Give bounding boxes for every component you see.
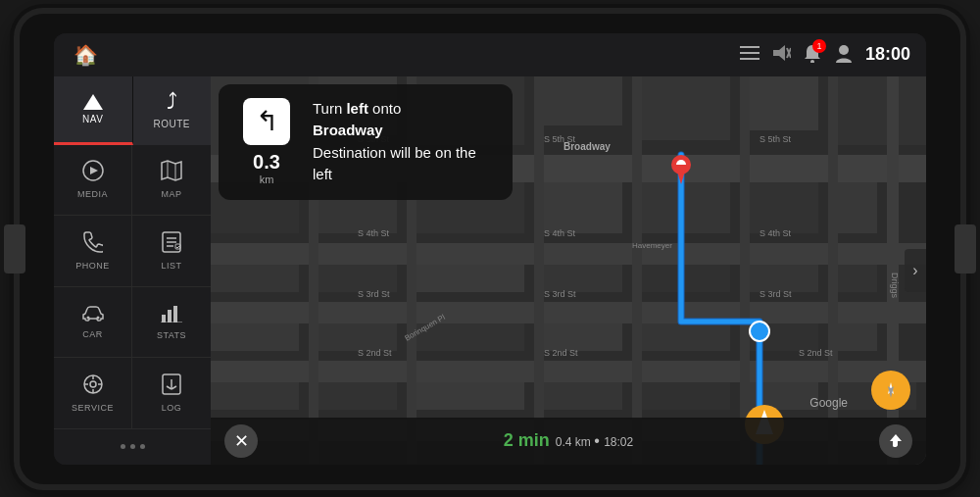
screen: 🏠: [54, 33, 926, 465]
user-icon[interactable]: [834, 43, 854, 67]
svg-rect-40: [740, 76, 818, 130]
svg-rect-21: [168, 310, 172, 323]
mute-icon[interactable]: [771, 44, 791, 66]
svg-rect-66: [750, 265, 818, 292]
route-button[interactable]: ⤴ ROUTE: [133, 76, 212, 145]
time-display: 18:00: [865, 44, 910, 65]
status-center: 1 18:00: [740, 43, 910, 67]
stats-label: STATS: [157, 330, 186, 340]
car-label: CAR: [82, 329, 103, 339]
distance-value: 0.3: [253, 151, 280, 174]
svg-text:S 3rd St: S 3rd St: [760, 289, 792, 299]
sidebar-item-list[interactable]: LIST: [132, 216, 211, 287]
sidebar-item-log[interactable]: LOG: [132, 358, 211, 429]
svg-rect-68: [211, 323, 299, 351]
dots-row: [54, 429, 211, 465]
sidebar-item-map[interactable]: MAP: [132, 145, 211, 217]
svg-rect-64: [544, 265, 622, 292]
dot-1: [121, 444, 125, 449]
car-icon: [81, 304, 105, 325]
svg-rect-72: [642, 323, 730, 351]
svg-text:S 2nd St: S 2nd St: [544, 348, 578, 358]
svg-text:S 3rd St: S 3rd St: [544, 289, 576, 299]
svg-rect-76: [318, 382, 397, 410]
cancel-icon: ✕: [234, 430, 249, 452]
sidebar-item-stats[interactable]: STATS: [132, 287, 211, 359]
phone-icon: [83, 231, 103, 257]
nav-instruction-text: Turn left onto Broadway Destination will…: [313, 98, 499, 186]
svg-rect-77: [416, 382, 524, 410]
device-frame: 🏠: [20, 14, 960, 484]
stats-icon: [161, 303, 182, 326]
svg-rect-62: [318, 265, 397, 292]
svg-rect-75: [211, 382, 299, 410]
cancel-button[interactable]: ✕: [224, 424, 258, 458]
svg-rect-69: [318, 323, 397, 351]
svg-text:S 4th St: S 4th St: [358, 228, 390, 238]
status-left: 🏠: [70, 39, 101, 71]
route-icon: ⤴: [167, 89, 177, 115]
svg-point-25: [90, 381, 96, 387]
svg-point-101: [750, 322, 769, 341]
svg-rect-74: [838, 323, 877, 351]
svg-rect-59: [838, 182, 877, 233]
svg-rect-20: [162, 315, 166, 323]
svg-text:S 2nd St: S 2nd St: [799, 348, 833, 358]
distance-unit: km: [260, 174, 274, 185]
home-button[interactable]: 🏠: [70, 39, 101, 71]
svg-rect-49: [534, 76, 544, 465]
svg-rect-57: [642, 182, 730, 233]
svg-marker-3: [773, 45, 785, 61]
google-watermark: Google: [809, 396, 848, 410]
nav-label: NAV: [82, 114, 103, 124]
log-icon: [162, 373, 181, 399]
nav-distance: ↰ 0.3 km: [232, 98, 301, 185]
turn-icon-box: ↰: [243, 98, 290, 145]
sidebar-item-phone[interactable]: PHONE: [54, 216, 132, 287]
eta-info: 2 min 0.4 km • 18:02: [504, 430, 633, 451]
svg-rect-67: [838, 265, 877, 292]
svg-rect-50: [632, 76, 642, 465]
reroute-button[interactable]: [879, 424, 912, 458]
notification-badge: 1: [812, 39, 826, 53]
bottom-bar: ✕ 2 min 0.4 km • 18:02: [211, 418, 926, 465]
status-bar: 🏠: [54, 33, 926, 76]
map-icon: [161, 160, 182, 185]
nav-card: ↰ 0.3 km Turn left onto Broadway Destina…: [219, 84, 513, 200]
sidebar-item-car[interactable]: CAR: [54, 287, 132, 359]
list-icon: [162, 231, 181, 257]
compass-button[interactable]: [871, 371, 910, 410]
svg-point-7: [839, 45, 849, 55]
svg-text:S 4th St: S 4th St: [760, 228, 792, 238]
log-label: LOG: [162, 403, 182, 413]
svg-rect-63: [416, 265, 524, 292]
svg-rect-58: [750, 182, 818, 233]
svg-rect-22: [173, 306, 177, 323]
svg-text:Driggs: Driggs: [890, 273, 900, 299]
eta-minutes: 2 min: [504, 430, 550, 451]
svg-point-19: [96, 317, 99, 320]
map-area: S 5th St S 5th St S 5th St S 4th St S 4t…: [211, 76, 926, 465]
sidebar-item-service[interactable]: SERVICE: [54, 358, 132, 429]
svg-text:Broadway: Broadway: [564, 141, 611, 152]
svg-rect-56: [544, 182, 622, 233]
svg-rect-79: [642, 382, 730, 410]
route-label: ROUTE: [154, 119, 191, 129]
svg-rect-78: [544, 382, 622, 410]
nav-route-row: NAV ⤴ ROUTE: [54, 76, 211, 145]
sidebar-grid: MEDIA MAP: [54, 145, 211, 429]
bracket-left: [4, 224, 25, 273]
sidebar-item-media[interactable]: MEDIA: [54, 145, 132, 217]
svg-text:S 5th St: S 5th St: [760, 134, 792, 144]
notification-icon[interactable]: 1: [803, 43, 822, 67]
svg-rect-61: [211, 265, 299, 292]
svg-marker-10: [162, 161, 181, 180]
service-icon: [82, 373, 104, 399]
main-content: NAV ⤴ ROUTE: [54, 76, 926, 465]
service-label: SERVICE: [72, 403, 114, 413]
svg-rect-41: [828, 76, 926, 145]
menu-icon[interactable]: [740, 45, 760, 65]
svg-point-18: [86, 317, 89, 320]
collapse-button[interactable]: ›: [905, 249, 926, 292]
nav-button[interactable]: NAV: [54, 76, 133, 145]
